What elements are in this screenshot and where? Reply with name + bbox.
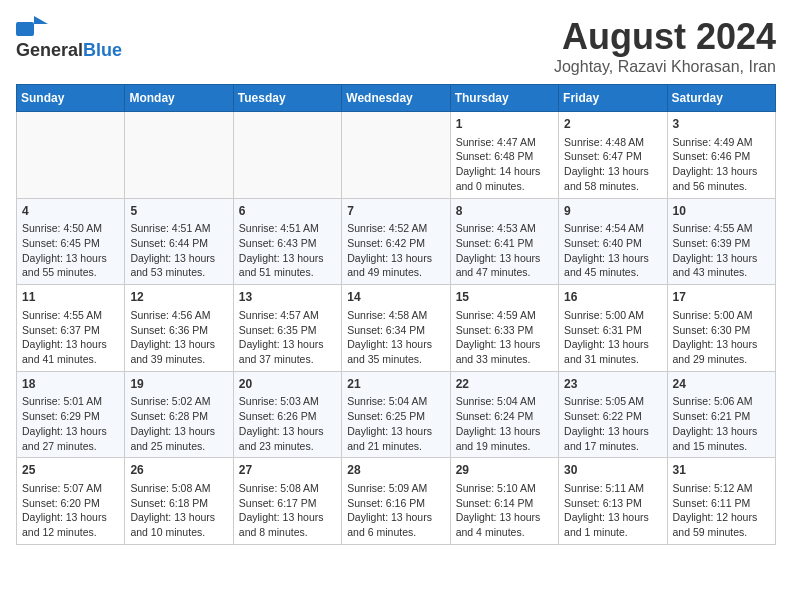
day-number: 13 [239,289,336,306]
calendar-day-cell: 6Sunrise: 4:51 AM Sunset: 6:43 PM Daylig… [233,198,341,285]
day-number: 11 [22,289,119,306]
day-info: Sunrise: 5:10 AM Sunset: 6:14 PM Dayligh… [456,481,553,540]
day-info: Sunrise: 5:05 AM Sunset: 6:22 PM Dayligh… [564,394,661,453]
day-info: Sunrise: 4:47 AM Sunset: 6:48 PM Dayligh… [456,135,553,194]
weekday-header-friday: Friday [559,85,667,112]
day-info: Sunrise: 4:55 AM Sunset: 6:39 PM Dayligh… [673,221,770,280]
day-info: Sunrise: 4:50 AM Sunset: 6:45 PM Dayligh… [22,221,119,280]
calendar-week-row: 18Sunrise: 5:01 AM Sunset: 6:29 PM Dayli… [17,371,776,458]
calendar-day-cell: 30Sunrise: 5:11 AM Sunset: 6:13 PM Dayli… [559,458,667,545]
calendar-day-cell: 17Sunrise: 5:00 AM Sunset: 6:30 PM Dayli… [667,285,775,372]
calendar-day-cell: 26Sunrise: 5:08 AM Sunset: 6:18 PM Dayli… [125,458,233,545]
calendar-day-cell: 7Sunrise: 4:52 AM Sunset: 6:42 PM Daylig… [342,198,450,285]
calendar-week-row: 25Sunrise: 5:07 AM Sunset: 6:20 PM Dayli… [17,458,776,545]
day-number: 30 [564,462,661,479]
weekday-header-thursday: Thursday [450,85,558,112]
calendar-week-row: 1Sunrise: 4:47 AM Sunset: 6:48 PM Daylig… [17,112,776,199]
day-info: Sunrise: 5:04 AM Sunset: 6:25 PM Dayligh… [347,394,444,453]
day-number: 24 [673,376,770,393]
day-number: 23 [564,376,661,393]
day-number: 6 [239,203,336,220]
weekday-header-saturday: Saturday [667,85,775,112]
day-number: 7 [347,203,444,220]
weekday-header-row: SundayMondayTuesdayWednesdayThursdayFrid… [17,85,776,112]
calendar-table: SundayMondayTuesdayWednesdayThursdayFrid… [16,84,776,545]
weekday-header-tuesday: Tuesday [233,85,341,112]
day-number: 19 [130,376,227,393]
day-number: 1 [456,116,553,133]
calendar-day-cell: 18Sunrise: 5:01 AM Sunset: 6:29 PM Dayli… [17,371,125,458]
calendar-day-cell: 22Sunrise: 5:04 AM Sunset: 6:24 PM Dayli… [450,371,558,458]
day-info: Sunrise: 5:02 AM Sunset: 6:28 PM Dayligh… [130,394,227,453]
day-info: Sunrise: 5:03 AM Sunset: 6:26 PM Dayligh… [239,394,336,453]
day-info: Sunrise: 5:00 AM Sunset: 6:31 PM Dayligh… [564,308,661,367]
day-info: Sunrise: 4:52 AM Sunset: 6:42 PM Dayligh… [347,221,444,280]
svg-rect-0 [16,22,34,36]
day-info: Sunrise: 4:56 AM Sunset: 6:36 PM Dayligh… [130,308,227,367]
logo-icon [16,16,48,38]
day-info: Sunrise: 4:58 AM Sunset: 6:34 PM Dayligh… [347,308,444,367]
day-number: 9 [564,203,661,220]
day-number: 5 [130,203,227,220]
day-info: Sunrise: 5:08 AM Sunset: 6:18 PM Dayligh… [130,481,227,540]
day-info: Sunrise: 5:00 AM Sunset: 6:30 PM Dayligh… [673,308,770,367]
calendar-day-cell: 2Sunrise: 4:48 AM Sunset: 6:47 PM Daylig… [559,112,667,199]
day-number: 16 [564,289,661,306]
calendar-day-cell: 10Sunrise: 4:55 AM Sunset: 6:39 PM Dayli… [667,198,775,285]
calendar-day-cell: 21Sunrise: 5:04 AM Sunset: 6:25 PM Dayli… [342,371,450,458]
weekday-header-wednesday: Wednesday [342,85,450,112]
calendar-day-cell: 23Sunrise: 5:05 AM Sunset: 6:22 PM Dayli… [559,371,667,458]
calendar-day-cell: 8Sunrise: 4:53 AM Sunset: 6:41 PM Daylig… [450,198,558,285]
svg-marker-1 [34,16,48,24]
day-info: Sunrise: 4:49 AM Sunset: 6:46 PM Dayligh… [673,135,770,194]
day-number: 3 [673,116,770,133]
logo: General Blue [16,16,122,61]
day-number: 22 [456,376,553,393]
day-info: Sunrise: 4:51 AM Sunset: 6:43 PM Dayligh… [239,221,336,280]
day-info: Sunrise: 5:06 AM Sunset: 6:21 PM Dayligh… [673,394,770,453]
day-info: Sunrise: 4:51 AM Sunset: 6:44 PM Dayligh… [130,221,227,280]
calendar-day-cell: 31Sunrise: 5:12 AM Sunset: 6:11 PM Dayli… [667,458,775,545]
day-info: Sunrise: 4:48 AM Sunset: 6:47 PM Dayligh… [564,135,661,194]
day-number: 18 [22,376,119,393]
day-info: Sunrise: 5:12 AM Sunset: 6:11 PM Dayligh… [673,481,770,540]
logo-general-text: General [16,40,83,61]
day-info: Sunrise: 4:59 AM Sunset: 6:33 PM Dayligh… [456,308,553,367]
location-subtitle: Joghtay, Razavi Khorasan, Iran [554,58,776,76]
day-info: Sunrise: 5:11 AM Sunset: 6:13 PM Dayligh… [564,481,661,540]
day-info: Sunrise: 5:01 AM Sunset: 6:29 PM Dayligh… [22,394,119,453]
day-info: Sunrise: 4:54 AM Sunset: 6:40 PM Dayligh… [564,221,661,280]
calendar-day-cell: 14Sunrise: 4:58 AM Sunset: 6:34 PM Dayli… [342,285,450,372]
calendar-day-cell: 16Sunrise: 5:00 AM Sunset: 6:31 PM Dayli… [559,285,667,372]
calendar-day-cell: 5Sunrise: 4:51 AM Sunset: 6:44 PM Daylig… [125,198,233,285]
calendar-empty-cell [233,112,341,199]
calendar-day-cell: 20Sunrise: 5:03 AM Sunset: 6:26 PM Dayli… [233,371,341,458]
day-number: 15 [456,289,553,306]
calendar-day-cell: 11Sunrise: 4:55 AM Sunset: 6:37 PM Dayli… [17,285,125,372]
day-number: 14 [347,289,444,306]
calendar-day-cell: 3Sunrise: 4:49 AM Sunset: 6:46 PM Daylig… [667,112,775,199]
day-number: 8 [456,203,553,220]
calendar-day-cell: 4Sunrise: 4:50 AM Sunset: 6:45 PM Daylig… [17,198,125,285]
calendar-day-cell: 24Sunrise: 5:06 AM Sunset: 6:21 PM Dayli… [667,371,775,458]
calendar-day-cell: 28Sunrise: 5:09 AM Sunset: 6:16 PM Dayli… [342,458,450,545]
month-year-title: August 2024 [554,16,776,58]
day-info: Sunrise: 4:53 AM Sunset: 6:41 PM Dayligh… [456,221,553,280]
weekday-header-sunday: Sunday [17,85,125,112]
calendar-empty-cell [17,112,125,199]
day-info: Sunrise: 5:08 AM Sunset: 6:17 PM Dayligh… [239,481,336,540]
day-info: Sunrise: 5:07 AM Sunset: 6:20 PM Dayligh… [22,481,119,540]
calendar-day-cell: 12Sunrise: 4:56 AM Sunset: 6:36 PM Dayli… [125,285,233,372]
calendar-day-cell: 19Sunrise: 5:02 AM Sunset: 6:28 PM Dayli… [125,371,233,458]
calendar-title-block: August 2024 Joghtay, Razavi Khorasan, Ir… [554,16,776,76]
day-number: 12 [130,289,227,306]
calendar-day-cell: 25Sunrise: 5:07 AM Sunset: 6:20 PM Dayli… [17,458,125,545]
calendar-day-cell: 27Sunrise: 5:08 AM Sunset: 6:17 PM Dayli… [233,458,341,545]
day-number: 25 [22,462,119,479]
day-number: 10 [673,203,770,220]
calendar-day-cell: 15Sunrise: 4:59 AM Sunset: 6:33 PM Dayli… [450,285,558,372]
day-number: 20 [239,376,336,393]
calendar-day-cell: 13Sunrise: 4:57 AM Sunset: 6:35 PM Dayli… [233,285,341,372]
day-number: 31 [673,462,770,479]
calendar-day-cell: 29Sunrise: 5:10 AM Sunset: 6:14 PM Dayli… [450,458,558,545]
